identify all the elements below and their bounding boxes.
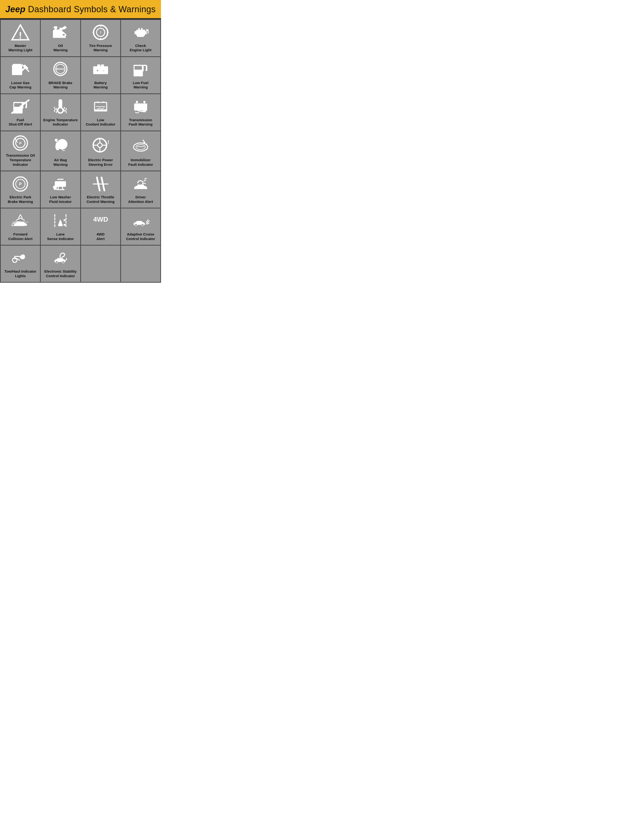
brake-warning-label: BRAKE BrakeWarning	[49, 81, 72, 90]
driver-attention-label: DriverAttention Alert	[128, 195, 153, 204]
svg-text:+: +	[96, 68, 99, 73]
svg-rect-49	[94, 110, 107, 111]
svg-point-88	[135, 224, 137, 225]
engine-temp-icon	[43, 98, 78, 116]
cell-lane-sense: LaneSense Indicator	[41, 209, 81, 245]
svg-rect-7	[136, 30, 145, 36]
svg-rect-31	[143, 65, 144, 71]
driver-attention-icon	[123, 175, 158, 193]
cell-forward-collision: ForwardCollision Alert	[1, 209, 41, 245]
4wd-alert-label: 4WDAlert	[97, 232, 105, 241]
fuel-shutoff-icon	[3, 98, 38, 116]
check-engine-icon	[123, 23, 158, 42]
svg-point-44	[58, 108, 63, 112]
svg-point-71	[144, 141, 146, 144]
svg-point-34	[146, 69, 147, 71]
svg-point-73	[143, 140, 144, 141]
svg-point-3	[63, 34, 65, 36]
immobilizer-label: ImmobilizerFault Indicator	[128, 158, 153, 167]
cell-fuel-shutoff: FuelShut-Off Alert	[1, 94, 41, 131]
svg-point-70	[136, 144, 145, 150]
svg-rect-15	[12, 65, 22, 75]
cell-transmission-fault: TransmissionFault Warning	[121, 94, 161, 131]
immobilizer-icon	[123, 135, 158, 156]
cell-brake-warning: BRAKE ⚠ BRAKE BrakeWarning	[41, 57, 81, 94]
page-header: Jeep Dashboard Symbols & Warnings	[0, 0, 161, 19]
svg-rect-9	[145, 31, 147, 34]
svg-point-40	[25, 106, 27, 108]
cell-adaptive-cruise: Adaptive CruiseControl Indicator	[121, 209, 161, 245]
lane-sense-icon	[43, 212, 78, 230]
page-title: Jeep Dashboard Symbols & Warnings	[2, 4, 159, 14]
throttle-control-label: Electric ThrottleControl Warning	[86, 195, 115, 204]
cell-immobilizer: ImmobilizerFault Indicator	[121, 131, 161, 171]
epb-warning-icon: P	[3, 175, 38, 193]
throttle-control-icon	[83, 175, 118, 193]
cell-low-washer: Low WasherFluid Inicator	[41, 171, 81, 209]
transmission-fault-icon	[123, 98, 158, 116]
svg-point-52	[143, 101, 146, 103]
empty-cell-1	[121, 245, 161, 283]
svg-text:BRAKE: BRAKE	[56, 68, 65, 71]
svg-point-51	[136, 101, 138, 103]
svg-rect-24	[93, 66, 108, 74]
tire-pressure-icon: !	[83, 23, 118, 42]
loose-gas-cap-icon	[3, 60, 38, 79]
cell-tow-haul: Tow/Haul IndicatorLights	[1, 245, 41, 283]
cell-esc: Electronic StabilityControl Indicator	[41, 245, 81, 283]
svg-point-72	[146, 144, 147, 145]
svg-text:!: !	[107, 139, 109, 145]
tow-haul-icon	[3, 249, 38, 267]
transmission-fault-label: TransmissionFault Warning	[129, 118, 152, 127]
check-engine-label: CheckEngine Light	[130, 44, 152, 53]
svg-rect-12	[137, 35, 144, 37]
epb-warning-label: Electric ParkBrake Warning	[8, 195, 33, 204]
battery-warning-label: BatteryWarning	[94, 81, 107, 90]
cell-oil-warning: OilWarning	[41, 20, 81, 57]
cell-battery-warning: + - BatteryWarning	[81, 57, 121, 94]
esc-label: Electronic StabilityControl Indicator	[44, 269, 77, 278]
svg-rect-16	[13, 64, 21, 66]
brand-name: Jeep	[5, 4, 25, 14]
cell-low-fuel: Low FuelWarning	[121, 57, 161, 94]
cell-epb-warning: P Electric ParkBrake Warning	[1, 171, 41, 209]
symbols-grid: ! MasterWarning Light OilWarning ! Tire …	[0, 19, 161, 283]
forward-collision-label: ForwardCollision Alert	[8, 232, 32, 241]
forward-collision-icon	[3, 212, 38, 230]
low-coolant-label: LowCoolant Indicator	[86, 118, 115, 127]
svg-rect-33	[146, 66, 147, 69]
cell-low-coolant: LowCoolant Indicator	[81, 94, 121, 131]
lane-sense-label: LaneSense Indicator	[47, 232, 74, 241]
4wd-alert-icon: 4WD	[83, 212, 118, 230]
master-warning-label: MasterWarning Light	[8, 44, 32, 53]
svg-point-86	[64, 219, 66, 221]
oil-warning-label: OilWarning	[54, 44, 67, 53]
svg-rect-8	[134, 31, 136, 34]
cell-4wd-alert: 4WD 4WDAlert	[81, 209, 121, 245]
svg-text:!: !	[19, 30, 22, 40]
cell-throttle-control: Electric ThrottleControl Warning	[81, 171, 121, 209]
adaptive-cruise-label: Adaptive CruiseControl Indicator	[126, 232, 155, 241]
low-fuel-icon	[123, 60, 158, 79]
cell-eps-error: ! Electric PowerSteering Error	[81, 131, 121, 171]
svg-rect-10	[138, 28, 140, 30]
eps-error-label: Electric PowerSteering Error	[88, 158, 113, 167]
cell-master-warning: ! MasterWarning Light	[1, 20, 41, 57]
svg-point-60	[55, 139, 58, 141]
esc-icon	[43, 249, 78, 267]
brake-warning-icon: BRAKE ⚠	[43, 60, 78, 79]
svg-rect-47	[97, 101, 99, 103]
svg-rect-11	[141, 28, 143, 30]
svg-text:!: !	[100, 31, 101, 34]
trans-oil-temp-label: Transmission OilTemperature Indicator	[3, 153, 38, 167]
cell-driver-attention: DriverAttention Alert	[121, 171, 161, 209]
tow-haul-label: Tow/Haul IndicatorLights	[5, 269, 37, 278]
svg-point-94	[55, 261, 58, 263]
svg-rect-30	[134, 66, 142, 70]
svg-point-85	[64, 224, 66, 225]
svg-rect-25	[97, 64, 100, 67]
trans-oil-temp-icon: P	[3, 135, 38, 152]
cell-trans-oil-temp: P Transmission OilTemperature Indicator	[1, 131, 41, 171]
tire-pressure-label: Tire PressureWarning	[89, 44, 112, 53]
low-coolant-icon	[83, 98, 118, 116]
